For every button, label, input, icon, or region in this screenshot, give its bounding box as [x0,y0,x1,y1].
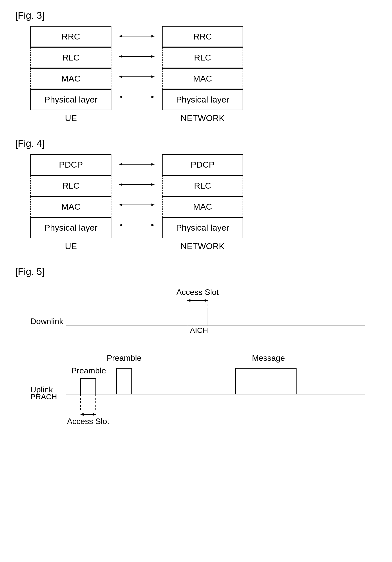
fig3-ue-rrc: RRC [30,26,111,47]
access-slot-label-top: Access Slot [176,288,219,297]
access-slot-label-ul: Access Slot [67,417,109,426]
svg-marker-14 [151,163,154,166]
fig3-rrc-arrow-svg [116,34,157,39]
figure-4: [Fig. 4] PDCP RLC MAC Physical layer UE [15,138,377,251]
fig4-label: [Fig. 4] [15,138,377,149]
fig4-mac-arrow-svg [116,202,157,207]
fig3-net-mac: MAC [162,68,243,89]
svg-marker-16 [119,183,122,186]
svg-marker-17 [151,183,154,186]
fig3-ue-label: UE [30,113,111,123]
fig3-arrow-rrc [111,26,162,46]
fig4-ue-stack: PDCP RLC MAC Physical layer UE [30,154,111,251]
fig4-net-mac: MAC [162,196,243,217]
figure-3: [Fig. 3] RRC RLC MAC Physical layer UE [15,10,377,123]
fig3-rlc-arrow-svg [116,54,157,59]
fig4-arrow-rlc [111,174,162,195]
fig3-ue-mac: MAC [30,68,111,89]
ul-access-slot-right-arrow [93,413,96,416]
fig3-net-rrc: RRC [162,26,243,47]
fig3-mac-arrow-svg [116,74,157,79]
svg-marker-5 [151,55,154,58]
svg-marker-1 [119,35,122,37]
fig3-arrow-mac [111,67,162,87]
fig4-ue-physical: Physical layer [30,217,111,238]
svg-marker-20 [151,204,154,206]
fig3-network-label: NETWORK [162,113,243,123]
fig4-net-physical: Physical layer [162,217,243,238]
preamble-label-top2: Preamble [71,366,106,375]
aich-label: AICH [190,326,208,334]
fig5-label: [Fig. 5] [15,266,377,277]
svg-marker-7 [119,75,122,78]
message-label-top: Message [252,353,285,363]
svg-marker-13 [119,163,122,166]
fig4-arrow-phy [111,215,162,235]
svg-marker-8 [151,75,154,78]
ul-preamble-pulse-2 [116,368,132,394]
svg-marker-4 [119,55,122,58]
fig3-ue-stack: RRC RLC MAC Physical layer UE [30,26,111,123]
svg-marker-22 [119,224,122,226]
fig3-ue-rlc: RLC [30,47,111,68]
fig5-timing-svg: Access Slot Downlink AICH Preamble Messa… [15,282,370,454]
ul-message-pulse [236,368,296,394]
aich-pulse [188,310,207,326]
fig4-network-label: NETWORK [162,241,243,251]
figure-5: [Fig. 5] Access Slot Downlink AICH Pream… [15,266,377,454]
fig4-arrows [111,154,162,251]
svg-marker-11 [151,96,154,98]
fig3-phy-arrow-svg [116,94,157,99]
fig3-network-stack: RRC RLC MAC Physical layer NETWORK [162,26,243,123]
svg-marker-19 [119,204,122,206]
ul-preamble-pulse-1 [81,378,96,394]
fig3-net-rlc: RLC [162,47,243,68]
fig3-arrow-phy [111,87,162,107]
fig4-ue-pdcp: PDCP [30,154,111,175]
fig4-net-pdcp: PDCP [162,154,243,175]
fig4-ue-mac: MAC [30,196,111,217]
fig4-net-rlc: RLC [162,175,243,196]
fig4-pdcp-arrow-svg [116,162,157,167]
fig4-ue-rlc: RLC [30,175,111,196]
fig4-arrow-mac [111,195,162,215]
fig4-phy-arrow-svg [116,223,157,228]
preamble-label-top1: Preamble [107,353,142,363]
fig3-net-physical: Physical layer [162,89,243,110]
ul-access-slot-left-arrow [81,413,84,416]
fig4-diagram: PDCP RLC MAC Physical layer UE [30,154,377,251]
svg-marker-2 [151,35,154,37]
fig4-rlc-arrow-svg [116,182,157,187]
fig3-diagram: RRC RLC MAC Physical layer UE [30,26,377,123]
fig3-arrows [111,26,162,123]
fig4-network-stack: PDCP RLC MAC Physical layer NETWORK [162,154,243,251]
fig3-ue-physical: Physical layer [30,89,111,110]
downlink-label: Downlink [30,317,64,326]
fig4-arrow-pdcp [111,154,162,174]
fig4-ue-label: UE [30,241,111,251]
fig3-label: [Fig. 3] [15,10,377,21]
svg-marker-23 [151,224,154,226]
svg-marker-10 [119,96,122,98]
fig3-arrow-rlc [111,46,162,67]
prach-label: PRACH [30,392,57,401]
